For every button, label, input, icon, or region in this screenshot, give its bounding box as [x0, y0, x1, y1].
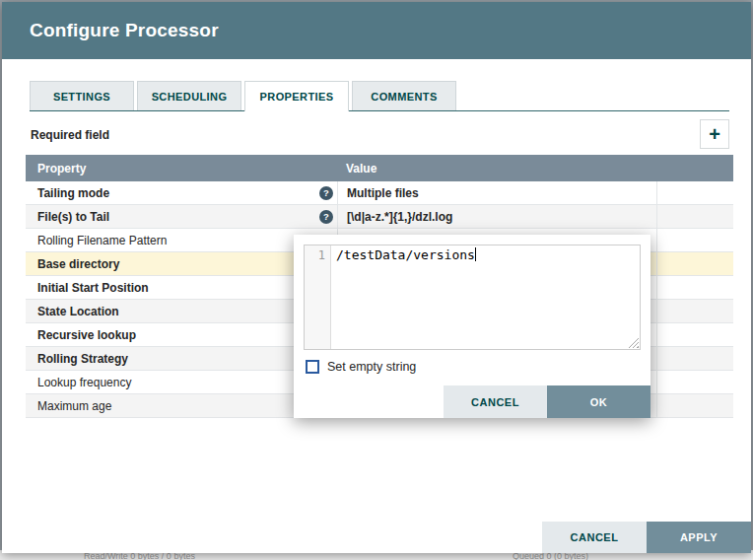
- set-empty-string-label: Set empty string: [327, 360, 416, 374]
- property-name-cell: Tailing mode?: [26, 181, 337, 204]
- property-name-cell: Initial Start Position: [26, 276, 337, 299]
- property-name: Recursive lookup: [37, 328, 136, 342]
- text-caret: [475, 247, 476, 261]
- row-filler: [657, 300, 733, 322]
- property-name-cell: Rolling Filename Pattern: [26, 229, 337, 251]
- property-name: Rolling Filename Pattern: [37, 234, 167, 247]
- property-value-cell[interactable]: Multiple files: [337, 181, 657, 204]
- property-name-cell: Recursive lookup: [26, 323, 337, 346]
- column-header-property: Property: [26, 162, 337, 175]
- property-name-cell: Rolling Strategy: [26, 347, 337, 370]
- row-filler: [657, 394, 733, 417]
- add-property-button[interactable]: +: [700, 119, 729, 149]
- property-name-cell: Lookup frequency: [26, 371, 337, 393]
- dialog-cancel-button[interactable]: CANCEL: [542, 522, 647, 553]
- row-filler: [657, 252, 733, 275]
- table-row: Tailing mode?Multiple files: [26, 181, 733, 205]
- property-name-cell: Maximum age: [26, 394, 337, 417]
- plus-icon: +: [709, 124, 720, 144]
- tab-bar: SETTINGSSCHEDULINGPROPERTIESCOMMENTS: [30, 81, 729, 111]
- property-name: Maximum age: [37, 399, 111, 413]
- property-name-cell: Base directory: [26, 252, 337, 275]
- required-field-label: Required field: [31, 128, 109, 142]
- set-empty-string-row: Set empty string: [306, 360, 641, 374]
- dialog-button-bar: CANCEL APPLY: [542, 522, 751, 553]
- editor-line-gutter: 1: [305, 245, 331, 349]
- help-icon[interactable]: ?: [319, 210, 333, 224]
- dialog-title: Configure Processor: [30, 20, 219, 41]
- tab-scheduling[interactable]: SCHEDULING: [137, 81, 241, 110]
- editor-text: /testData/versions: [336, 247, 475, 262]
- tab-settings[interactable]: SETTINGS: [30, 81, 134, 110]
- table-header-row: Property Value: [26, 155, 733, 181]
- editor-cancel-button[interactable]: CANCEL: [444, 385, 547, 418]
- property-name: File(s) to Tail: [37, 210, 109, 224]
- property-name: Base directory: [37, 257, 119, 271]
- row-filler: [657, 347, 733, 370]
- configure-processor-dialog: Configure Processor SETTINGSSCHEDULINGPR…: [2, 2, 751, 553]
- column-header-value: Value: [337, 162, 733, 175]
- property-name: Lookup frequency: [37, 376, 131, 389]
- help-icon[interactable]: ?: [319, 186, 333, 200]
- row-filler: [657, 323, 733, 346]
- editor-code-line[interactable]: /testData/versions: [331, 245, 640, 349]
- tab-properties[interactable]: PROPERTIES: [244, 81, 349, 111]
- property-name: Tailing mode: [37, 186, 109, 200]
- editor-ok-button[interactable]: OK: [547, 385, 650, 418]
- row-filler: [657, 181, 733, 204]
- property-name: Initial Start Position: [37, 281, 149, 295]
- value-editor-popup: 1 /testData/versions Set empty string CA…: [294, 235, 650, 418]
- value-editor-textarea[interactable]: 1 /testData/versions: [304, 245, 641, 350]
- row-filler: [657, 276, 733, 299]
- property-name: State Location: [37, 305, 119, 318]
- dialog-apply-button[interactable]: APPLY: [647, 522, 751, 553]
- row-filler: [657, 229, 733, 251]
- property-name-cell: State Location: [26, 300, 337, 322]
- property-name-cell: File(s) to Tail?: [26, 205, 337, 228]
- row-filler: [657, 205, 733, 228]
- tab-comments[interactable]: COMMENTS: [352, 81, 456, 110]
- editor-line-number: 1: [318, 248, 325, 262]
- editor-button-bar: CANCEL OK: [294, 385, 650, 418]
- property-value-cell[interactable]: [\d|a-z.*]{1,}/dzl.log: [337, 205, 657, 228]
- property-name: Rolling Strategy: [37, 352, 128, 366]
- table-row: File(s) to Tail?[\d|a-z.*]{1,}/dzl.log: [26, 205, 733, 229]
- row-filler: [657, 371, 733, 393]
- dialog-header: Configure Processor: [2, 2, 751, 59]
- set-empty-string-checkbox[interactable]: [306, 360, 319, 374]
